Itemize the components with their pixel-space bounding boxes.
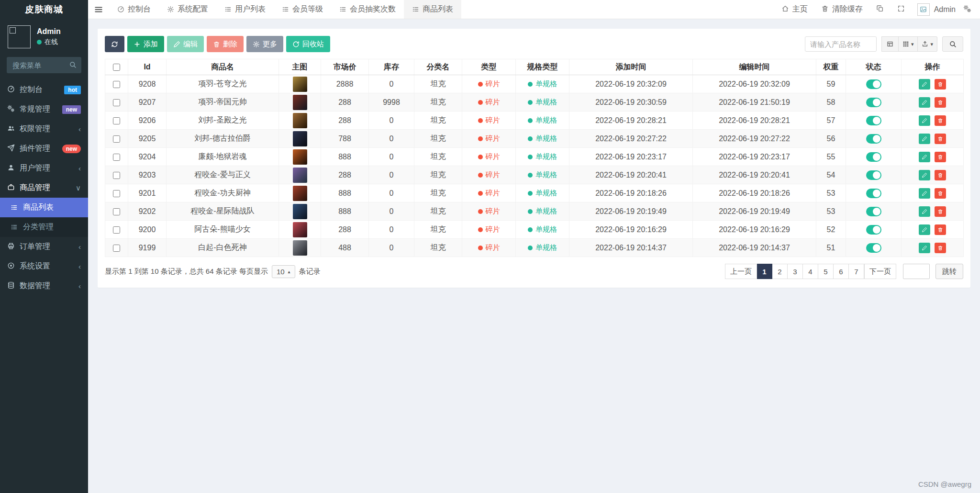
column-header[interactable]: 规格类型: [516, 59, 569, 75]
delete-button[interactable]: [935, 134, 946, 144]
column-header[interactable]: 分类名: [414, 59, 462, 75]
delete-button[interactable]: [935, 188, 946, 199]
product-thumbnail[interactable]: [293, 149, 307, 165]
row-checkbox[interactable]: [113, 154, 120, 161]
product-thumbnail[interactable]: [293, 95, 307, 110]
column-header[interactable]: 编辑时间: [693, 59, 816, 75]
navbar-tab[interactable]: 用户列表: [216, 0, 274, 19]
sidebar-menu-item[interactable]: 商品管理 ∨: [0, 178, 88, 198]
product-thumbnail[interactable]: [293, 204, 307, 219]
status-toggle[interactable]: [866, 170, 881, 180]
sidebar-menu-item[interactable]: 权限管理 ‹: [0, 119, 88, 139]
row-checkbox[interactable]: [113, 245, 120, 252]
view-option-button[interactable]: ▾: [899, 36, 918, 52]
row-checkbox[interactable]: [113, 81, 120, 88]
row-checkbox[interactable]: [113, 208, 120, 215]
column-header[interactable]: 商品名: [167, 59, 279, 75]
delete-button[interactable]: [935, 206, 946, 217]
delete-button[interactable]: [935, 152, 946, 162]
delete-button[interactable]: [935, 224, 946, 235]
row-checkbox[interactable]: [113, 172, 120, 179]
product-thumbnail[interactable]: [293, 240, 307, 256]
status-toggle[interactable]: [866, 207, 881, 216]
column-header[interactable]: 状态: [846, 59, 902, 75]
product-thumbnail[interactable]: [293, 131, 307, 146]
status-toggle[interactable]: [866, 116, 881, 125]
column-header[interactable]: 市场价: [321, 59, 369, 75]
row-checkbox[interactable]: [113, 226, 120, 234]
status-toggle[interactable]: [866, 134, 881, 144]
jump-button[interactable]: 跳转: [935, 264, 963, 279]
navbar-tab[interactable]: 会员抽奖次数: [331, 0, 404, 19]
navbar-tab[interactable]: 会员等级: [274, 0, 331, 19]
search-button[interactable]: [942, 36, 963, 52]
jump-page-input[interactable]: [903, 264, 930, 279]
navbar-action[interactable]: [869, 0, 891, 19]
status-toggle[interactable]: [866, 152, 881, 162]
sidebar-menu-item[interactable]: 系统设置 ‹: [0, 257, 88, 276]
sidebar-menu-item[interactable]: 常规管理 new: [0, 100, 88, 119]
edit-button[interactable]: [919, 115, 930, 126]
sidebar-submenu-item[interactable]: 分类管理: [0, 217, 88, 237]
hamburger-menu-icon[interactable]: [88, 0, 109, 19]
page-button[interactable]: 7: [849, 264, 864, 279]
sidebar-submenu-item[interactable]: 商品列表: [0, 198, 88, 217]
column-header[interactable]: 库存: [369, 59, 414, 75]
view-option-button[interactable]: ▾: [918, 36, 937, 52]
delete-button[interactable]: [935, 170, 946, 180]
page-button[interactable]: 1: [757, 264, 772, 279]
toolbar-button[interactable]: 添加: [127, 36, 164, 52]
toolbar-button[interactable]: 删除: [207, 36, 244, 52]
toolbar-button[interactable]: [105, 36, 124, 52]
delete-button[interactable]: [935, 79, 946, 90]
edit-button[interactable]: [919, 206, 930, 217]
edit-button[interactable]: [919, 152, 930, 162]
page-size-dropdown[interactable]: 10 ▴: [272, 265, 295, 278]
delete-button[interactable]: [935, 243, 946, 253]
navbar-action[interactable]: 清除缓存: [814, 0, 869, 19]
edit-button[interactable]: [919, 170, 930, 180]
product-thumbnail[interactable]: [293, 186, 307, 201]
column-header[interactable]: 权重: [816, 59, 846, 75]
status-toggle[interactable]: [866, 79, 881, 89]
column-header[interactable]: 添加时间: [569, 59, 693, 75]
sidebar-menu-item[interactable]: 数据管理 ‹: [0, 276, 88, 296]
sidebar-menu-item[interactable]: 订单管理 ‹: [0, 237, 88, 257]
row-checkbox[interactable]: [113, 117, 120, 124]
status-toggle[interactable]: [866, 243, 881, 253]
toolbar-button[interactable]: 编辑: [167, 36, 204, 52]
navbar-action[interactable]: [891, 0, 912, 19]
navbar-avatar[interactable]: [917, 3, 930, 16]
navbar-action[interactable]: 主页: [775, 0, 814, 19]
column-header[interactable]: 操作: [902, 59, 964, 75]
select-all-checkbox[interactable]: [113, 64, 120, 71]
product-search-input[interactable]: [805, 36, 877, 52]
product-thumbnail[interactable]: [293, 113, 307, 128]
row-checkbox[interactable]: [113, 190, 120, 197]
next-page-button[interactable]: 下一页: [864, 264, 896, 279]
delete-button[interactable]: [935, 115, 946, 126]
page-button[interactable]: 3: [788, 264, 803, 279]
navbar-tab[interactable]: 商品列表: [404, 0, 461, 19]
product-thumbnail[interactable]: [293, 77, 307, 92]
page-button[interactable]: 6: [834, 264, 849, 279]
product-thumbnail[interactable]: [293, 222, 307, 237]
edit-button[interactable]: [919, 79, 930, 90]
row-checkbox[interactable]: [113, 135, 120, 143]
edit-button[interactable]: [919, 243, 930, 253]
view-option-button[interactable]: [881, 36, 899, 52]
search-icon[interactable]: [69, 61, 77, 69]
product-thumbnail[interactable]: [293, 168, 307, 183]
settings-gears-icon[interactable]: [963, 5, 971, 14]
page-button[interactable]: 2: [772, 264, 788, 279]
status-toggle[interactable]: [866, 225, 881, 235]
edit-button[interactable]: [919, 188, 930, 199]
sidebar-menu-item[interactable]: 插件管理 new: [0, 139, 88, 158]
row-checkbox[interactable]: [113, 99, 120, 106]
delete-button[interactable]: [935, 97, 946, 108]
column-header[interactable]: Id: [128, 59, 167, 75]
page-button[interactable]: 5: [818, 264, 834, 279]
prev-page-button[interactable]: 上一页: [725, 264, 757, 279]
edit-button[interactable]: [919, 134, 930, 144]
toolbar-button[interactable]: 更多: [246, 36, 283, 52]
